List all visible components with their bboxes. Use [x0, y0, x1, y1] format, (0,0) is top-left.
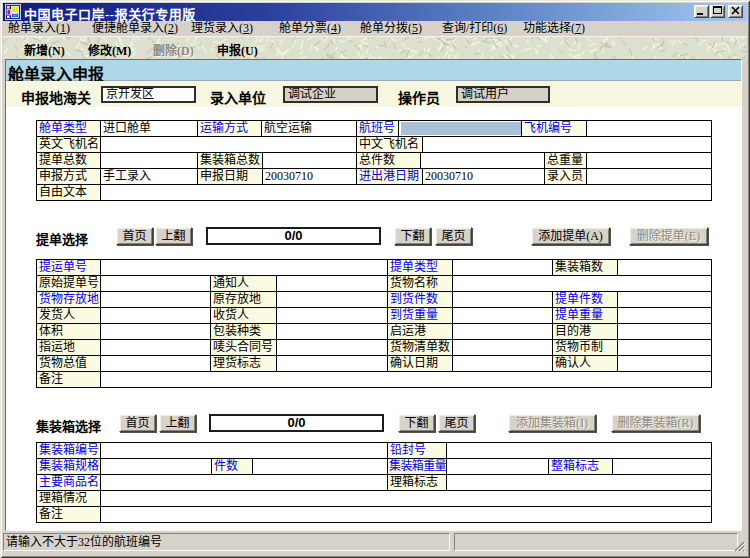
field-value[interactable]	[276, 275, 387, 291]
field-value[interactable]	[100, 474, 387, 490]
field-value[interactable]	[100, 323, 210, 339]
field-value[interactable]	[612, 458, 711, 474]
field-label: 运输方式	[197, 120, 261, 136]
app-icon[interactable]	[5, 4, 21, 20]
field-value[interactable]	[100, 152, 197, 168]
field-value[interactable]	[100, 291, 210, 307]
field-value[interactable]	[100, 371, 711, 387]
maximize-button[interactable]	[710, 5, 725, 18]
field-value[interactable]	[586, 168, 711, 184]
field-value[interactable]	[452, 275, 711, 291]
field-value[interactable]	[276, 323, 387, 339]
flight-number-input[interactable]	[401, 122, 521, 135]
field-value[interactable]	[452, 259, 552, 275]
menu-item-text: 舱单录入(	[8, 21, 60, 35]
bill-last-button[interactable]: 尾页	[435, 227, 472, 245]
menu-manifest-dispatch[interactable]: 舱单分拨(5)	[355, 21, 427, 36]
field-value[interactable]	[452, 339, 552, 355]
field-value[interactable]	[617, 259, 711, 275]
container-first-button[interactable]: 首页	[119, 414, 156, 432]
field-value[interactable]	[276, 355, 387, 371]
menu-function-select[interactable]: 功能选择(7)	[518, 21, 590, 36]
field-label: 自由文本	[36, 184, 100, 200]
field-value[interactable]	[617, 323, 711, 339]
field-value[interactable]	[100, 259, 387, 275]
field-value[interactable]	[100, 458, 211, 474]
container-last-button[interactable]: 尾页	[438, 414, 475, 432]
bill-first-button[interactable]: 首页	[116, 227, 153, 245]
customs-office-field[interactable]: 京开发区	[101, 86, 196, 103]
field-value[interactable]	[276, 339, 387, 355]
bill-prev-button[interactable]: 上翻	[155, 227, 192, 245]
status-empty-panel	[454, 533, 738, 551]
container-remove-button[interactable]: 删除集装箱(R)	[611, 414, 700, 432]
field-value[interactable]	[617, 339, 711, 355]
field-value[interactable]	[617, 291, 711, 307]
field-value[interactable]	[452, 291, 552, 307]
entry-unit-field[interactable]: 调试企业	[283, 86, 378, 103]
field-value[interactable]	[398, 120, 521, 136]
container-next-button[interactable]: 下翻	[398, 414, 435, 432]
field-value[interactable]	[100, 506, 711, 522]
container-prev-button[interactable]: 上翻	[159, 414, 196, 432]
field-value[interactable]	[452, 307, 552, 323]
toolbar-button-delete[interactable]: 删除(D)	[153, 44, 194, 58]
menu-tally-entry[interactable]: 理货录入(3)	[186, 21, 258, 36]
field-label: 集装箱数	[552, 259, 617, 275]
field-value[interactable]	[100, 442, 387, 458]
field-value[interactable]	[262, 152, 356, 168]
field-label: 指运地	[36, 339, 100, 355]
field-value[interactable]	[452, 323, 552, 339]
bill-remove-button[interactable]: 删除提单(E)	[629, 227, 708, 245]
resize-grip[interactable]	[733, 540, 746, 553]
field-value[interactable]: 20030710	[422, 168, 544, 184]
menu-query-print[interactable]: 查询/打印(6)	[437, 21, 512, 36]
field-value[interactable]	[100, 307, 210, 323]
menu-manifest-split[interactable]: 舱单分票(4)	[274, 21, 346, 36]
close-button[interactable]	[728, 5, 743, 18]
minimize-glyph	[694, 4, 709, 17]
field-value[interactable]	[617, 307, 711, 323]
field-label: 英文飞机名	[36, 136, 100, 152]
field-value[interactable]	[100, 490, 711, 506]
field-value[interactable]: 航空运输	[261, 120, 356, 136]
field-label: 收货人	[210, 307, 276, 323]
maximize-glyph	[710, 4, 725, 17]
field-value[interactable]	[100, 136, 356, 152]
field-label: 理货标志	[210, 355, 276, 371]
container-add-button[interactable]: 添加集装箱(I)	[508, 414, 596, 432]
toolbar-button-declare[interactable]: 申报(U)	[217, 44, 258, 58]
title-bar: 中国电子口岸--报关行专用版	[3, 3, 747, 21]
field-value[interactable]: 手工录入	[100, 168, 197, 184]
bill-add-button[interactable]: 添加提单(A)	[531, 227, 610, 245]
field-value[interactable]	[100, 184, 711, 200]
field-value[interactable]	[100, 339, 210, 355]
field-value[interactable]	[617, 355, 711, 371]
field-value[interactable]: 进口舱单	[100, 120, 197, 136]
field-value[interactable]	[422, 136, 711, 152]
entry-unit-label: 录入单位	[210, 87, 266, 107]
toolbar-button-modify[interactable]: 修改(M)	[88, 44, 131, 58]
operator-field[interactable]: 调试用户	[456, 86, 550, 103]
field-value[interactable]	[276, 291, 387, 307]
field-value[interactable]: 20030710	[262, 168, 356, 184]
field-value[interactable]	[446, 458, 548, 474]
field-value[interactable]	[276, 307, 387, 323]
field-value[interactable]	[446, 442, 711, 458]
menu-quick-manifest-entry[interactable]: 便捷舱单录入(2)	[87, 21, 183, 36]
bill-next-button[interactable]: 下翻	[394, 227, 431, 245]
field-value[interactable]	[446, 474, 711, 490]
field-value[interactable]	[586, 152, 711, 168]
field-value[interactable]	[252, 458, 387, 474]
bill-section-label: 提单选择	[36, 229, 88, 248]
toolbar-button-new[interactable]: 新增(N)	[24, 44, 65, 58]
field-value[interactable]	[420, 152, 544, 168]
menu-manifest-entry[interactable]: 舱单录入(1)	[3, 21, 75, 36]
customs-office-label: 申报地海关	[21, 87, 91, 107]
field-value[interactable]	[586, 120, 711, 136]
field-value[interactable]	[100, 355, 210, 371]
field-value[interactable]	[100, 275, 210, 291]
minimize-button[interactable]	[694, 5, 709, 18]
field-label: 航班号	[356, 120, 398, 136]
field-value[interactable]	[452, 355, 552, 371]
